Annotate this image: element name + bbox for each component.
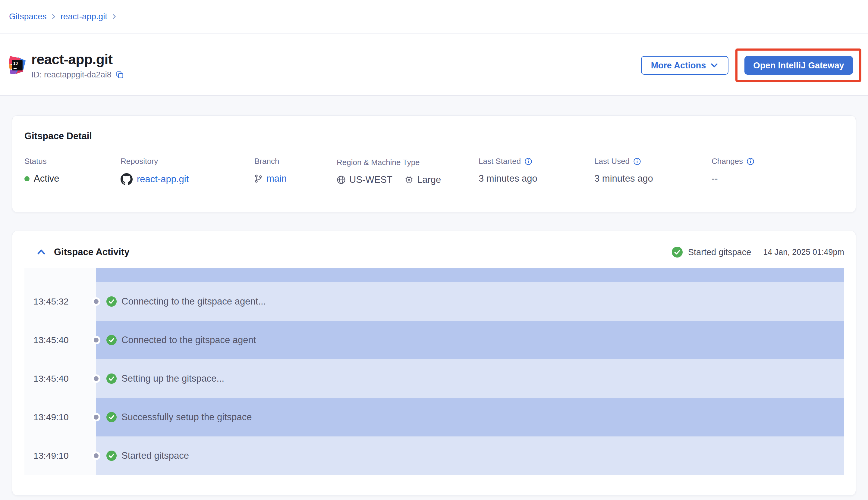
activity-log-row: 13:45:32 Connecting to the gitspace agen… xyxy=(24,282,844,321)
log-message: Connecting to the gitspace agent... xyxy=(121,296,266,307)
activity-log-list[interactable]: 13:45:32 Provisioning infrastructure com… xyxy=(24,268,844,475)
svg-text:IJ: IJ xyxy=(13,61,18,66)
field-branch: Branch main xyxy=(254,157,287,184)
chevron-down-icon xyxy=(710,61,719,70)
activity-card-heading: Gitspace Activity xyxy=(54,247,129,258)
activity-status-text: Started gitspace xyxy=(688,247,752,257)
chevron-up-icon xyxy=(36,247,46,257)
field-status: Status Active xyxy=(24,157,59,184)
log-message: Started gitspace xyxy=(121,450,189,461)
branch-label: Branch xyxy=(254,157,287,166)
timeline-dot-icon xyxy=(92,336,100,344)
info-icon[interactable] xyxy=(747,158,754,166)
globe-icon xyxy=(337,175,346,184)
region-value: US-WEST xyxy=(349,174,392,185)
log-timestamp: 13:45:40 xyxy=(33,374,69,384)
status-value: Active xyxy=(34,173,59,184)
log-message: Connected to the gitspace agent xyxy=(121,334,256,345)
gitspace-detail-card: Gitspace Detail Status Active Repository… xyxy=(12,115,856,212)
collapse-activity-button[interactable] xyxy=(36,247,46,257)
repository-label: Repository xyxy=(121,157,189,166)
log-message: Provisioning infrastructure completed xyxy=(121,268,275,269)
activity-date: 14 Jan, 2025 01:49pm xyxy=(763,248,844,257)
log-message: Setting up the gitspace... xyxy=(121,373,224,384)
open-intellij-gateway-button[interactable]: Open IntelliJ Gateway xyxy=(744,56,853,75)
gitspace-id-text: ID: reactappgit-da2ai8 xyxy=(31,70,112,80)
activity-log-row: 13:49:10 Successfully setup the gitspace xyxy=(24,398,844,436)
activity-log-row: 13:45:32 Provisioning infrastructure com… xyxy=(24,268,844,282)
last-used-label: Last Used xyxy=(594,157,630,166)
chevron-right-icon xyxy=(111,13,118,20)
breadcrumb-link-gitspaces[interactable]: Gitspaces xyxy=(9,12,47,21)
info-icon[interactable] xyxy=(633,158,641,166)
field-region-machine: Region & Machine Type US-WEST xyxy=(337,158,441,185)
copy-icon xyxy=(116,71,124,79)
gitspace-detail-page: Gitspaces react-app.git IJ react-app.git xyxy=(0,0,868,500)
detail-card-heading: Gitspace Detail xyxy=(24,131,92,141)
check-circle-icon xyxy=(107,412,116,422)
timeline-dot-icon xyxy=(92,452,100,460)
open-intellij-gateway-label: Open IntelliJ Gateway xyxy=(753,60,844,70)
github-icon xyxy=(121,173,133,185)
timeline-dot-icon xyxy=(92,297,100,306)
status-label: Status xyxy=(24,157,59,166)
field-last-started: Last Started 3 minutes ago xyxy=(479,157,537,184)
changes-value: -- xyxy=(712,173,718,184)
timeline-dot-icon xyxy=(92,374,100,383)
page-header: IJ react-app.git ID: reactappgit-da2ai8 xyxy=(0,34,868,96)
log-timestamp: 13:45:32 xyxy=(33,296,69,307)
status-dot-icon xyxy=(24,176,30,181)
last-used-value: 3 minutes ago xyxy=(594,173,653,184)
activity-log-row: 13:45:40 Connected to the gitspace agent xyxy=(24,321,844,359)
check-circle-icon xyxy=(107,451,116,461)
log-timestamp: 13:45:40 xyxy=(33,335,69,345)
region-machine-label: Region & Machine Type xyxy=(337,158,441,167)
breadcrumb-link-gitspace-name[interactable]: react-app.git xyxy=(60,12,108,21)
check-circle-icon xyxy=(672,247,683,258)
last-started-value: 3 minutes ago xyxy=(479,173,537,184)
copy-id-button[interactable] xyxy=(116,71,124,79)
page-title: react-app.git xyxy=(31,52,124,67)
gitspace-activity-card: Gitspace Activity Started gitspace 14 Ja… xyxy=(12,231,856,496)
log-message: Successfully setup the gitspace xyxy=(121,412,252,423)
git-branch-icon xyxy=(254,174,262,183)
more-actions-label: More Actions xyxy=(651,60,706,70)
machine-type-value: Large xyxy=(417,174,441,185)
more-actions-button[interactable]: More Actions xyxy=(641,56,728,75)
repository-link[interactable]: react-app.git xyxy=(137,174,189,185)
last-started-label: Last Started xyxy=(479,157,521,166)
info-icon[interactable] xyxy=(524,158,532,166)
activity-log-row: 13:49:10 Started gitspace xyxy=(24,436,844,475)
chevron-right-icon xyxy=(50,13,57,20)
log-timestamp: 13:49:10 xyxy=(33,451,69,461)
check-circle-icon xyxy=(107,374,116,384)
field-changes: Changes -- xyxy=(712,157,754,184)
activity-log-row: 13:45:40 Setting up the gitspace... xyxy=(24,359,844,398)
cpu-chip-icon xyxy=(404,175,413,184)
log-timestamp: 13:49:10 xyxy=(33,412,69,422)
field-repository: Repository react-app.git xyxy=(121,157,189,185)
breadcrumb: Gitspaces react-app.git xyxy=(0,0,868,33)
check-circle-icon xyxy=(107,296,116,307)
check-circle-icon xyxy=(107,335,116,345)
changes-label: Changes xyxy=(712,157,743,166)
field-last-used: Last Used 3 minutes ago xyxy=(594,157,653,184)
timeline-dot-icon xyxy=(92,413,100,421)
branch-link[interactable]: main xyxy=(266,173,287,184)
intellij-idea-logo-icon: IJ xyxy=(8,56,26,75)
